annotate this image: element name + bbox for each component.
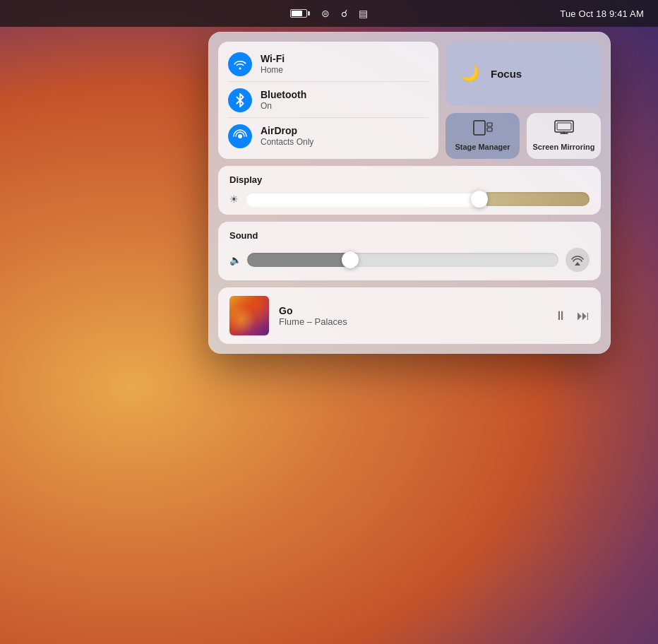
- menu-bar: ⊜ ☌ ▤ Tue Oct 18 9:41 AM: [0, 0, 658, 27]
- display-panel: Display ☀: [218, 166, 601, 215]
- volume-slider-wrap: 🔈: [229, 253, 558, 267]
- airdrop-item[interactable]: AirDrop Contacts Only: [228, 119, 429, 153]
- airdrop-text: AirDrop Contacts Only: [261, 125, 313, 148]
- menu-bar-datetime: Tue Oct 18 9:41 AM: [560, 8, 644, 19]
- sound-label: Sound: [229, 230, 590, 241]
- volume-slider[interactable]: [247, 253, 558, 267]
- airdrop-title: AirDrop: [261, 125, 313, 137]
- sound-panel: Sound 🔈: [218, 222, 601, 280]
- airdrop-icon: [228, 124, 252, 148]
- brightness-slider[interactable]: [246, 192, 590, 206]
- focus-label: Focus: [491, 68, 522, 80]
- svg-rect-2: [487, 123, 492, 126]
- airplay-button[interactable]: [566, 248, 590, 272]
- battery-icon: [290, 9, 310, 18]
- bluetooth-item[interactable]: Bluetooth On: [228, 83, 429, 118]
- menu-bar-right: Tue Oct 18 9:41 AM: [560, 0, 644, 27]
- svg-point-0: [238, 134, 242, 138]
- track-info: Go Flume – Palaces: [279, 305, 544, 327]
- svg-rect-5: [557, 123, 571, 130]
- svg-rect-1: [474, 121, 485, 135]
- stage-manager-label: Stage Manager: [455, 143, 510, 152]
- connectivity-panel: Wi-Fi Home Bluetooth On: [218, 42, 438, 159]
- track-artist-album: Flume – Palaces: [279, 316, 544, 327]
- stage-manager-button[interactable]: Stage Manager: [445, 113, 520, 159]
- bluetooth-icon: [228, 88, 252, 112]
- skip-forward-button[interactable]: ⏭: [577, 309, 590, 323]
- wifi-title: Wi-Fi: [261, 53, 285, 65]
- bluetooth-text: Bluetooth On: [261, 89, 306, 112]
- bluetooth-title: Bluetooth: [261, 89, 306, 101]
- airdrop-subtitle: Contacts Only: [261, 137, 313, 148]
- sound-row: 🔈: [229, 248, 590, 272]
- volume-icon: 🔈: [229, 254, 241, 266]
- screen-mirroring-label: Screen Mirroring: [532, 143, 594, 152]
- wifi-item[interactable]: Wi-Fi Home: [228, 47, 429, 82]
- display-label: Display: [229, 174, 590, 185]
- wifi-text: Wi-Fi Home: [261, 53, 285, 76]
- screen-mirroring-icon: [554, 120, 574, 138]
- menu-bar-icons: ⊜ ☌ ▤: [290, 8, 368, 19]
- display-slider-container: ☀: [229, 192, 590, 206]
- volume-thumb[interactable]: [342, 251, 359, 268]
- top-row: Wi-Fi Home Bluetooth On: [218, 42, 601, 159]
- album-art: [229, 296, 269, 335]
- wifi-icon: [228, 52, 252, 76]
- control-center-icon[interactable]: ▤: [359, 8, 368, 19]
- wifi-subtitle: Home: [261, 65, 285, 76]
- spotlight-icon[interactable]: ☌: [341, 8, 347, 19]
- brightness-icon: ☀: [229, 193, 239, 205]
- track-title: Go: [279, 305, 544, 316]
- wifi-menu-icon[interactable]: ⊜: [321, 8, 330, 19]
- playback-controls: ⏸ ⏭: [554, 309, 590, 323]
- pause-button[interactable]: ⏸: [554, 309, 567, 323]
- right-panel: 🌙 Focus Stage Manager: [445, 42, 601, 159]
- stage-manager-icon: [473, 120, 493, 138]
- now-playing-panel: Go Flume – Palaces ⏸ ⏭: [218, 287, 601, 344]
- mini-buttons-row: Stage Manager Screen Mirroring: [445, 113, 601, 159]
- focus-moon-icon: 🌙: [458, 62, 481, 85]
- brightness-thumb[interactable]: [471, 191, 488, 208]
- control-center-panel: Wi-Fi Home Bluetooth On: [208, 32, 611, 354]
- svg-rect-4: [555, 121, 573, 132]
- svg-rect-3: [487, 128, 492, 131]
- screen-mirroring-button[interactable]: Screen Mirroring: [527, 113, 601, 159]
- focus-button[interactable]: 🌙 Focus: [445, 42, 601, 106]
- bluetooth-subtitle: On: [261, 101, 306, 112]
